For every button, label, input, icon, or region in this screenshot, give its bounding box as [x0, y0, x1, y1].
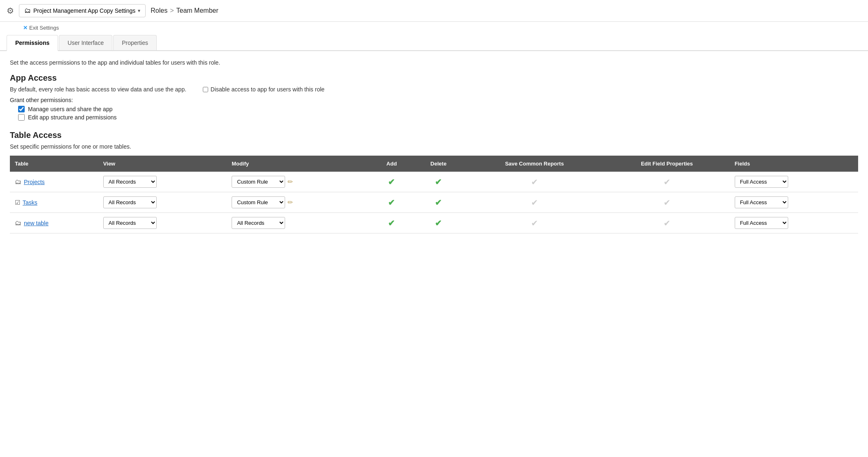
- edit-structure-checkbox[interactable]: [18, 114, 25, 121]
- app-title-text: Project Management App Copy Settings: [33, 7, 135, 14]
- app-access-header: By default, every role has basic access …: [10, 86, 858, 93]
- edit-icon[interactable]: ✏: [288, 198, 293, 206]
- header: ⚙ 🗂 Project Management App Copy Settings…: [0, 0, 868, 22]
- tasks-edit-field-cell: ✔: [604, 192, 730, 213]
- tasks-link[interactable]: Tasks: [23, 199, 37, 206]
- tasks-view-select[interactable]: All Records Custom Rule No Access: [103, 196, 157, 208]
- exit-x-icon: ✕: [23, 25, 28, 31]
- chevron-down-icon: ▾: [138, 8, 140, 14]
- check-gray-icon: ✔: [664, 177, 671, 187]
- table-access-desc: Set specific permissions for one or more…: [10, 143, 858, 150]
- col-table: Table: [10, 156, 98, 172]
- tasks-fields-select[interactable]: Full Access Custom Rule No Access: [735, 196, 788, 208]
- tab-properties[interactable]: Properties: [113, 35, 157, 50]
- checkbox-manage-users[interactable]: Manage users and share the app: [18, 106, 858, 112]
- projects-fields-cell: Full Access Custom Rule No Access: [730, 172, 858, 192]
- col-edit-field: Edit Field Properties: [604, 156, 730, 172]
- projects-delete-cell: ✔: [412, 172, 465, 192]
- check-gray-icon: ✔: [531, 198, 538, 207]
- table-row: 🗂 Projects All Records Custom Rule No Ac…: [10, 172, 858, 192]
- new-table-view-select[interactable]: All Records Custom Rule No Access: [103, 217, 157, 229]
- projects-link[interactable]: Projects: [24, 179, 45, 185]
- tasks-modify-select[interactable]: Custom Rule All Records No Access: [232, 196, 285, 208]
- edit-icon[interactable]: ✏: [288, 178, 293, 186]
- table-name-cell: 🗂 new table: [10, 213, 98, 233]
- table-access-section: Table Access Set specific permissions fo…: [10, 131, 858, 233]
- check-green-icon: ✔: [435, 219, 442, 228]
- check-green-icon: ✔: [435, 198, 442, 207]
- projects-fields-select[interactable]: Full Access Custom Rule No Access: [735, 176, 788, 188]
- folder-icon: 🗂: [15, 178, 21, 186]
- check-gray-icon: ✔: [664, 219, 671, 228]
- check-gray-icon: ✔: [531, 177, 538, 187]
- new-table-edit-field-cell: ✔: [604, 213, 730, 233]
- app-title-button[interactable]: 🗂 Project Management App Copy Settings ▾: [19, 4, 146, 17]
- breadcrumb-roles[interactable]: Roles: [151, 7, 167, 14]
- check-green-icon: ✔: [388, 177, 395, 187]
- new-table-delete-cell: ✔: [412, 213, 465, 233]
- new-table-add-cell: ✔: [371, 213, 412, 233]
- check-green-icon: ✔: [388, 198, 395, 207]
- tabs-bar: Permissions User Interface Properties: [0, 35, 868, 51]
- new-table-save-common-cell: ✔: [465, 213, 604, 233]
- table-row: ☑ Tasks All Records Custom Rule No Acces…: [10, 192, 858, 213]
- new-table-fields-select[interactable]: Full Access Custom Rule No Access: [735, 217, 788, 229]
- col-modify: Modify: [227, 156, 371, 172]
- checkbox-edit-structure[interactable]: Edit app structure and permissions: [18, 114, 858, 121]
- projects-edit-field-cell: ✔: [604, 172, 730, 192]
- new-table-view-cell: All Records Custom Rule No Access: [98, 213, 227, 233]
- app-access-title: App Access: [10, 73, 858, 83]
- task-icon: ☑: [15, 199, 20, 206]
- table-name-cell: 🗂 Projects: [10, 172, 98, 192]
- new-table-link[interactable]: new table: [24, 220, 49, 226]
- exit-settings-label: Exit Settings: [29, 25, 59, 31]
- app-access-section: App Access By default, every role has ba…: [10, 73, 858, 121]
- table-row: 🗂 new table All Records Custom Rule No A…: [10, 213, 858, 233]
- grant-permissions-section: Grant other permissions: Manage users an…: [10, 97, 858, 121]
- cube-icon: 🗂: [24, 7, 31, 14]
- new-table-fields-cell: Full Access Custom Rule No Access: [730, 213, 858, 233]
- col-save-common: Save Common Reports: [465, 156, 604, 172]
- breadcrumb-current: Team Member: [176, 7, 218, 14]
- tab-permissions[interactable]: Permissions: [7, 35, 58, 51]
- check-gray-icon: ✔: [664, 198, 671, 207]
- projects-add-cell: ✔: [371, 172, 412, 192]
- manage-users-checkbox[interactable]: [18, 106, 25, 112]
- projects-save-common-cell: ✔: [465, 172, 604, 192]
- tasks-delete-cell: ✔: [412, 192, 465, 213]
- permissions-table: Table View Modify Add Delete Save Common…: [10, 156, 858, 233]
- breadcrumb-separator: >: [170, 7, 174, 14]
- gear-icon: ⚙: [7, 6, 14, 16]
- grant-label: Grant other permissions:: [10, 97, 858, 103]
- col-fields: Fields: [730, 156, 858, 172]
- disable-access-checkbox[interactable]: [203, 87, 208, 92]
- app-access-desc: By default, every role has basic access …: [10, 86, 186, 93]
- exit-settings-link[interactable]: ✕ Exit Settings: [23, 25, 59, 31]
- table-name-cell: ☑ Tasks: [10, 192, 98, 213]
- projects-modify-cell: Custom Rule All Records No Access ✏: [227, 172, 371, 192]
- projects-view-select[interactable]: All Records Custom Rule No Access: [103, 176, 157, 188]
- col-delete: Delete: [412, 156, 465, 172]
- tasks-fields-cell: Full Access Custom Rule No Access: [730, 192, 858, 213]
- tasks-save-common-cell: ✔: [465, 192, 604, 213]
- new-table-modify-cell: All Records Custom Rule No Access: [227, 213, 371, 233]
- exit-settings-row: ✕ Exit Settings: [0, 22, 868, 31]
- tasks-modify-cell: Custom Rule All Records No Access ✏: [227, 192, 371, 213]
- tasks-add-cell: ✔: [371, 192, 412, 213]
- check-green-icon: ✔: [435, 177, 442, 187]
- disable-access-label[interactable]: Disable access to app for users with thi…: [203, 86, 325, 93]
- col-add: Add: [371, 156, 412, 172]
- permissions-intro: Set the access permissions to the app an…: [10, 59, 858, 66]
- table-access-title: Table Access: [10, 131, 858, 140]
- projects-modify-select[interactable]: Custom Rule All Records No Access: [232, 176, 285, 188]
- projects-view-cell: All Records Custom Rule No Access: [98, 172, 227, 192]
- breadcrumb: Roles > Team Member: [151, 7, 218, 14]
- col-view: View: [98, 156, 227, 172]
- check-green-icon: ✔: [388, 219, 395, 228]
- tasks-view-cell: All Records Custom Rule No Access: [98, 192, 227, 213]
- tab-user-interface[interactable]: User Interface: [59, 35, 112, 50]
- new-table-modify-select[interactable]: All Records Custom Rule No Access: [232, 217, 285, 229]
- folder-icon: 🗂: [15, 219, 21, 227]
- content-area: Set the access permissions to the app an…: [0, 51, 868, 242]
- check-gray-icon: ✔: [531, 219, 538, 228]
